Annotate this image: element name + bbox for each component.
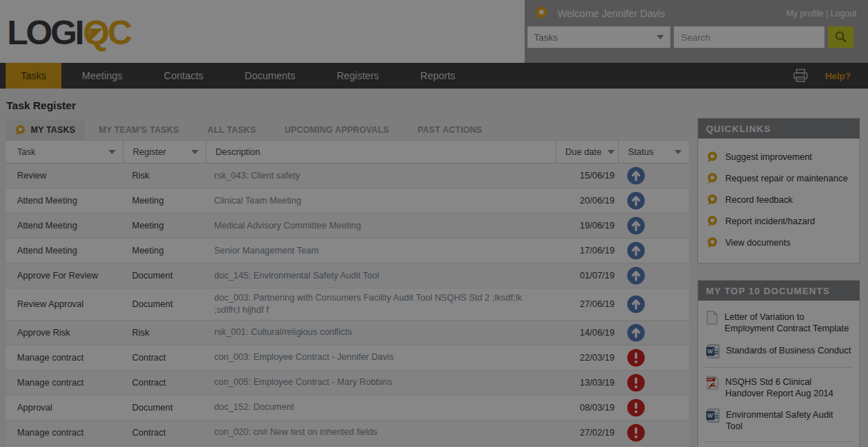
table-row[interactable]: Manage contract Contract con_005: Employ… — [6, 371, 689, 396]
nav-item-label: Registers — [337, 70, 379, 81]
exclamation-circle-icon — [627, 398, 645, 417]
register-tabs: MY TASKS MY TEAM'S TASKS ALL TASKS UPCOM… — [6, 120, 689, 141]
task-cell: Manage contract — [6, 378, 123, 388]
quicklink-label: Request repair or maintenance — [725, 174, 848, 184]
register-tab-label: ALL TASKS — [208, 125, 256, 135]
description-link[interactable]: con_003: Employee Contract - Jennifer Da… — [206, 348, 555, 367]
top-documents-panel: MY TOP 10 DOCUMENTS Letter of Variation … — [697, 280, 860, 447]
task-cell: Manage contract — [6, 428, 123, 438]
register-tab[interactable]: PAST ACTIONS — [403, 120, 496, 140]
help-link[interactable]: Help? — [825, 71, 851, 81]
table-row[interactable]: Manage contract Contract con_020: cn# Ne… — [6, 421, 689, 446]
document-link[interactable]: W Standards of Business Conduct — [705, 340, 853, 368]
table-row[interactable]: Review Risk rsk_043: Client safety 15/06… — [6, 164, 689, 189]
due-date-cell: 27/02/19 — [555, 428, 618, 438]
logiqc-pin-icon — [707, 151, 718, 163]
quicklinks-header: QUICKLINKS — [698, 119, 859, 139]
register-cell: Contract — [123, 353, 206, 363]
register-tab[interactable]: UPCOMING APPROVALS — [271, 120, 403, 140]
nav-item[interactable]: Meetings — [61, 63, 143, 89]
register-tab-label: MY TASKS — [31, 125, 76, 135]
nav-item[interactable]: Registers — [316, 63, 400, 89]
table-row[interactable]: Manage contract Contract con_003: Employ… — [6, 346, 689, 371]
register-tab[interactable]: MY TEAM'S TASKS — [85, 120, 193, 140]
quicklink-label: Record feedback — [725, 195, 793, 205]
description-link[interactable]: doc_152: Document — [206, 398, 555, 417]
register-cell: Risk — [123, 328, 206, 338]
description-link[interactable]: con_005: Employee Contract - Mary Robbin… — [206, 373, 555, 392]
due-date-cell: 27/06/19 — [555, 299, 618, 309]
quicklink-item[interactable]: Suggest improvement — [705, 146, 853, 168]
column-header-status[interactable]: Status — [618, 141, 689, 163]
task-cell: Attend Meeting — [6, 196, 123, 206]
search-input[interactable] — [674, 26, 824, 48]
document-link[interactable]: Letter of Variation to Employment Contra… — [705, 306, 853, 340]
nav-item-label: Reports — [420, 70, 455, 81]
logiqc-pin-icon — [707, 194, 718, 206]
register-tab[interactable]: ALL TASKS — [193, 120, 271, 140]
register-cell: Meeting — [123, 246, 206, 256]
magnifier-icon — [834, 30, 848, 44]
plain-document-icon — [706, 311, 718, 325]
column-header-register[interactable]: Register — [123, 141, 206, 163]
nav-item[interactable]: Tasks — [6, 63, 61, 89]
printer-icon[interactable] — [793, 69, 808, 83]
quicklink-item[interactable]: Request repair or maintenance — [705, 168, 853, 189]
nav-item-label: Meetings — [82, 70, 123, 81]
description-link[interactable]: Senior Management Team — [206, 241, 555, 261]
sort-caret-icon[interactable] — [607, 150, 615, 154]
nav-item[interactable]: Reports — [400, 63, 476, 89]
quicklink-item[interactable]: Report incident/hazard — [705, 211, 853, 232]
document-link[interactable]: W Environmental Safety Audit Tool — [705, 404, 853, 442]
search-button[interactable] — [828, 26, 854, 48]
logiqc-pin-icon — [707, 173, 718, 184]
table-row[interactable]: Attend Meeting Meeting Senior Management… — [6, 238, 689, 263]
description-link[interactable]: Medical Advisory Committee Meeting — [206, 216, 555, 236]
my-profile-link[interactable]: My profile — [786, 9, 823, 19]
quicklink-item[interactable]: Record feedback — [705, 189, 853, 211]
table-row[interactable]: Approve For Review Document doc_145: Env… — [6, 263, 689, 288]
description-link[interactable]: doc_003: Partnering with Consumers Facil… — [206, 288, 555, 320]
description-link[interactable]: doc_145: Environmental Safety Audit Tool — [206, 266, 555, 286]
table-row[interactable]: Review Approval Document doc_003: Partne… — [6, 288, 689, 321]
task-cell: Review — [6, 171, 123, 181]
due-date-cell: 13/03/19 — [555, 378, 618, 388]
description-link[interactable]: con_020: cn# New test on inherited field… — [206, 423, 555, 442]
exclamation-circle-icon — [627, 373, 645, 392]
quicklink-item[interactable]: View documents — [705, 232, 853, 253]
table-row[interactable]: Attend Meeting Meeting Clinical Team Mee… — [6, 189, 689, 214]
sort-caret-icon[interactable] — [191, 150, 198, 154]
logiqc-logo[interactable]: LOGIQC — [7, 1, 130, 64]
register-tab-label: MY TEAM'S TASKS — [99, 125, 179, 135]
table-row[interactable]: Approve Risk Risk rsk_001: Cultural/reli… — [6, 321, 689, 346]
table-row[interactable]: Approval Document doc_152: Document 08/0… — [6, 396, 689, 421]
due-date-cell: 15/06/19 — [555, 171, 618, 181]
svg-text:W: W — [707, 413, 713, 419]
column-header-task[interactable]: Task — [6, 141, 123, 163]
up-arrow-circle-icon — [627, 166, 645, 185]
column-header-description[interactable]: Description — [206, 141, 555, 163]
nav-item[interactable]: Documents — [224, 63, 316, 89]
search-scope-select[interactable]: Tasks — [528, 26, 670, 48]
column-header-due-date[interactable]: Due date — [555, 141, 618, 163]
task-cell: Review Approval — [6, 299, 123, 309]
register-tab[interactable]: MY TASKS — [6, 120, 85, 140]
word-document-icon: W — [706, 408, 720, 423]
word-document-icon: W — [706, 344, 720, 358]
page-title: Task Register — [6, 99, 689, 111]
exclamation-circle-icon — [627, 348, 645, 367]
sort-caret-icon[interactable] — [108, 150, 116, 154]
description-link[interactable]: Clinical Team Meeting — [206, 191, 555, 211]
profile-links: My profile | Logout — [786, 9, 857, 19]
description-link[interactable]: rsk_001: Cultural/religious conflicts — [206, 323, 555, 342]
sort-caret-icon[interactable] — [675, 150, 682, 154]
table-row[interactable]: Attend Meeting Meeting Medical Advisory … — [6, 214, 689, 238]
register-cell: Contract — [123, 428, 206, 438]
nav-item[interactable]: Contacts — [143, 63, 224, 89]
link-divider: | — [826, 9, 828, 19]
logout-link[interactable]: Logout — [830, 9, 857, 19]
document-link[interactable]: PDF NSQHS Std 6 Clinical Handover Report… — [705, 371, 853, 405]
logiqc-pin-icon — [535, 6, 548, 20]
up-arrow-circle-icon — [627, 216, 645, 235]
description-link[interactable]: rsk_043: Client safety — [206, 166, 555, 186]
